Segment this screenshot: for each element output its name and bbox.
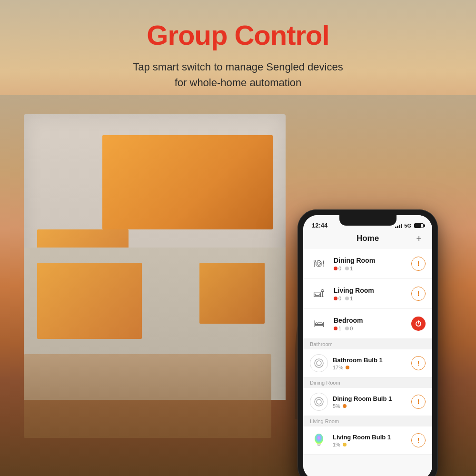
room-name-living: Living Room — [334, 287, 406, 294]
bulb-stats-bathroom1: 17% — [333, 365, 407, 370]
room-icon-dining: 🍽 — [310, 255, 328, 273]
room-info-dining: Dining Room 0 1 — [334, 257, 406, 271]
bulb-info-living1: Living Room Bulb 1 1% — [333, 434, 407, 447]
dot-gray-dining — [345, 267, 349, 270]
stat-off-bedroom: 1 — [334, 326, 341, 331]
network-type: 5G — [404, 223, 411, 228]
room-stats-bedroom: 1 0 — [334, 326, 406, 331]
room-stats-dining: 0 1 — [334, 266, 406, 271]
phone-notch — [339, 215, 397, 226]
room-list[interactable]: 🍽 Dining Room 0 1 — [303, 249, 432, 471]
dot-red-living — [334, 297, 337, 300]
room-name-bedroom: Bedroom — [334, 317, 406, 324]
phone-screen: 12:44 5G — [303, 215, 432, 476]
header-section: Group Control Tap smart switch to manage… — [0, 0, 476, 100]
page-subtitle: Tap smart switch to manage Sengled devic… — [10, 59, 466, 90]
svg-point-3 — [317, 399, 321, 404]
stat-off-dining: 0 — [334, 266, 341, 271]
room-item-living[interactable]: 🛋 Living Room 0 1 — [303, 279, 432, 309]
signal-bar-2 — [397, 226, 398, 228]
warn-button-bathroom1[interactable]: ! — [411, 356, 426, 370]
bulb-item-bathroom1[interactable]: Bathroom Bulb 1 17% ! — [303, 349, 432, 377]
phone-outer: 12:44 5G — [298, 209, 438, 476]
section-header-dining-bulb: Dining Room — [303, 377, 432, 388]
room-info-bedroom: Bedroom 1 0 — [334, 317, 406, 331]
signal-bars — [395, 223, 402, 228]
ring-bulb-icon — [314, 358, 324, 368]
room-item-dining[interactable]: 🍽 Dining Room 0 1 — [303, 249, 432, 279]
pool — [24, 354, 271, 438]
stat-on-dining: 1 — [345, 266, 353, 271]
color-bulb-icon — [313, 433, 325, 448]
svg-rect-6 — [317, 445, 320, 446]
window-ground-right — [199, 263, 265, 324]
window-upper — [102, 135, 273, 229]
warn-button-dining1[interactable]: ! — [411, 395, 426, 409]
bulb-name-living1: Living Room Bulb 1 — [333, 434, 407, 441]
battery-icon — [414, 223, 424, 228]
status-time: 12:44 — [312, 222, 327, 229]
signal-bar-1 — [395, 227, 397, 228]
power-icon — [415, 320, 422, 327]
section-header-living-bulb: Living Room — [303, 416, 432, 426]
dot-gray-living — [345, 297, 349, 300]
bulb-info-bathroom1: Bathroom Bulb 1 17% — [333, 357, 407, 370]
status-icons: 5G — [395, 223, 424, 228]
room-name-dining: Dining Room — [334, 257, 406, 264]
page-title: Group Control — [10, 20, 466, 50]
svg-point-2 — [315, 397, 323, 406]
room-icon-bedroom: 🛏 — [310, 315, 328, 333]
ring-bulb-icon-2 — [314, 397, 324, 407]
app-title: Home — [322, 234, 413, 243]
svg-point-1 — [317, 361, 321, 366]
room-icon-living: 🛋 — [310, 285, 328, 303]
stat-off-living: 0 — [334, 296, 341, 301]
room-stats-living: 0 1 — [334, 296, 406, 301]
svg-rect-5 — [317, 444, 321, 445]
bulb-name-dining1: Dining Room Bulb 1 — [333, 395, 407, 402]
phone-container: 12:44 5G — [298, 209, 438, 476]
bulb-icon-dining1 — [310, 393, 328, 411]
svg-point-0 — [315, 359, 323, 367]
add-room-button[interactable]: + — [413, 233, 425, 244]
stat-on-bedroom: 0 — [345, 326, 353, 331]
svg-point-4 — [315, 434, 323, 444]
signal-bar-4 — [401, 224, 402, 228]
dot-red-bedroom — [334, 327, 337, 330]
window-ground — [37, 263, 142, 339]
warn-button-dining[interactable]: ! — [411, 257, 426, 271]
warn-button-living[interactable]: ! — [411, 287, 426, 301]
bulb-info-dining1: Dining Room Bulb 1 5% — [333, 395, 407, 409]
room-item-bedroom[interactable]: 🛏 Bedroom 1 0 — [303, 309, 432, 339]
bulb-stats-dining1: 5% — [333, 403, 407, 409]
bulb-icon-bathroom1 — [310, 354, 328, 372]
room-info-living: Living Room 0 1 — [334, 287, 406, 301]
section-header-bathroom: Bathroom — [303, 339, 432, 349]
app-header: Home + — [303, 231, 432, 249]
power-button-bedroom[interactable] — [411, 317, 426, 331]
page-wrapper: Group Control Tap smart switch to manage… — [0, 0, 476, 476]
dot-orange-dining1 — [343, 404, 347, 408]
warn-button-living1[interactable]: ! — [411, 433, 426, 447]
stat-on-living: 1 — [345, 296, 353, 301]
dot-red-dining — [334, 267, 337, 270]
bulb-name-bathroom1: Bathroom Bulb 1 — [333, 357, 407, 364]
bulb-stats-living1: 1% — [333, 442, 407, 447]
bulb-item-dining1[interactable]: Dining Room Bulb 1 5% ! — [303, 388, 432, 416]
bulb-icon-living1 — [310, 431, 328, 449]
dot-orange-bathroom1 — [346, 366, 349, 369]
signal-bar-3 — [399, 225, 400, 228]
dot-yellow-living1 — [343, 443, 347, 446]
bulb-item-living1[interactable]: Living Room Bulb 1 1% ! — [303, 426, 432, 455]
dot-gray-bedroom — [345, 327, 349, 330]
battery-fill — [415, 224, 421, 228]
